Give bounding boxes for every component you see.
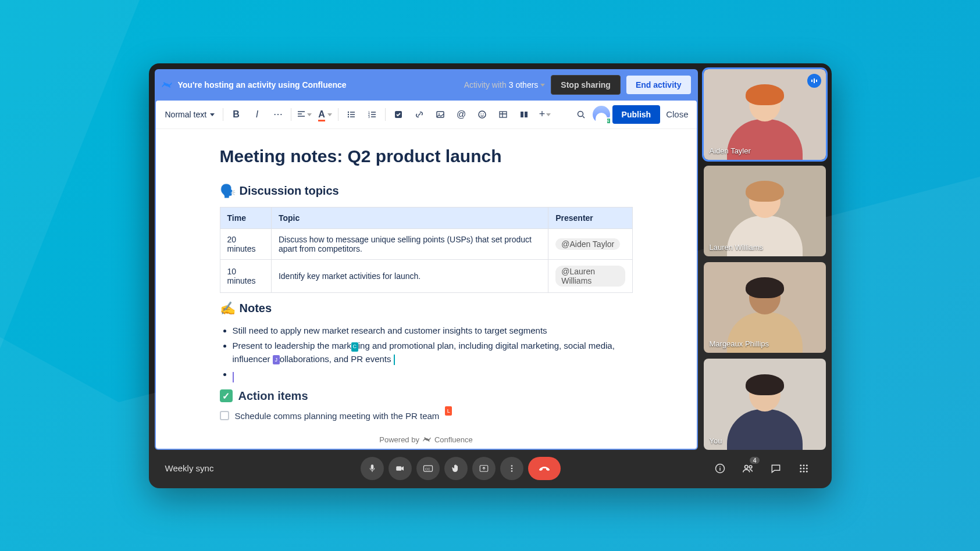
- layouts-button[interactable]: [515, 105, 533, 124]
- list-item: Present to leadership the markCing and p…: [233, 339, 633, 366]
- discussion-topics-table: Time Topic Presenter 20 minutes Discuss …: [220, 207, 633, 293]
- notes-list: Still need to apply new market research …: [220, 324, 633, 381]
- th-topic: Topic: [271, 207, 548, 228]
- align-dropdown[interactable]: [295, 105, 313, 124]
- svg-point-8: [439, 113, 440, 115]
- meeting-info-button[interactable]: [708, 457, 732, 480]
- svg-rect-14: [525, 112, 528, 117]
- speaking-head-icon: 🗣️: [220, 184, 234, 199]
- svg-point-29: [800, 464, 801, 466]
- svg-point-36: [803, 470, 804, 472]
- mention-button[interactable]: @: [452, 105, 471, 124]
- svg-point-2: [348, 116, 349, 117]
- text-color-dropdown[interactable]: A: [316, 105, 334, 124]
- table-row: 20 minutes Discuss how to message unique…: [220, 228, 632, 259]
- svg-rect-18: [816, 80, 817, 82]
- list-item: Still need to apply new market research …: [233, 324, 633, 338]
- svg-rect-13: [521, 112, 523, 117]
- writing-hand-icon: ✍️: [220, 301, 234, 316]
- participant-tile[interactable]: You: [704, 359, 826, 449]
- th-time: Time: [220, 207, 271, 228]
- svg-point-31: [806, 464, 807, 466]
- participant-tile[interactable]: Aiden Tayler: [704, 69, 826, 160]
- emoji-button[interactable]: [473, 105, 491, 124]
- chat-button[interactable]: [764, 457, 787, 480]
- svg-rect-17: [814, 78, 815, 83]
- image-button[interactable]: [431, 105, 450, 124]
- user-avatar[interactable]: N: [593, 106, 610, 123]
- svg-rect-12: [500, 112, 507, 117]
- participant-name: You: [710, 436, 722, 445]
- people-count-badge: 4: [750, 457, 759, 464]
- activity-host-message: You're hosting an activity using Conflue…: [178, 80, 347, 90]
- activity-with[interactable]: Activity with 3 others: [464, 80, 546, 90]
- link-button[interactable]: [410, 105, 429, 124]
- svg-text:3: 3: [368, 115, 370, 119]
- participant-tile[interactable]: Lauren Williams: [704, 166, 826, 256]
- th-presenter: Presenter: [548, 207, 632, 228]
- svg-point-33: [803, 467, 804, 469]
- participant-name: Margeaux Phillips: [710, 339, 769, 348]
- svg-point-32: [800, 467, 801, 469]
- participant-tile[interactable]: Margeaux Phillips: [704, 262, 826, 353]
- svg-point-35: [800, 470, 801, 472]
- svg-point-10: [480, 113, 482, 115]
- text-style-dropdown[interactable]: Normal text: [161, 108, 220, 121]
- activity-bar: You're hosting an activity using Conflue…: [156, 70, 697, 101]
- discussion-topics-heading: 🗣️ Discussion topics: [220, 184, 633, 199]
- participant-name: Lauren Williams: [710, 243, 763, 252]
- svg-point-9: [479, 111, 486, 118]
- chevron-down-icon: [307, 113, 312, 116]
- bullet-list-button[interactable]: [342, 105, 361, 124]
- participant-name: Aiden Tayler: [710, 146, 751, 155]
- svg-point-0: [348, 111, 349, 112]
- table-button[interactable]: [494, 105, 512, 124]
- svg-point-34: [806, 467, 807, 469]
- collab-cursor-c: C: [351, 342, 358, 352]
- page-title: Meeting notes: Q2 product launch: [220, 146, 633, 166]
- list-item: [233, 368, 633, 381]
- svg-point-28: [749, 465, 752, 468]
- svg-point-27: [744, 465, 748, 468]
- svg-point-37: [806, 470, 807, 472]
- stop-sharing-button[interactable]: Stop sharing: [551, 75, 621, 95]
- speaking-indicator-icon: [807, 74, 821, 88]
- task-button[interactable]: [389, 105, 408, 124]
- presence-badge: N: [604, 117, 611, 124]
- svg-point-1: [348, 113, 349, 115]
- bold-button[interactable]: B: [227, 105, 245, 124]
- svg-point-15: [578, 111, 583, 116]
- chevron-down-icon: [327, 113, 332, 116]
- people-button[interactable]: 4: [736, 457, 760, 480]
- chevron-down-icon: [210, 113, 215, 116]
- confluence-logo-icon: [162, 80, 172, 90]
- collab-caret: [394, 355, 395, 365]
- svg-rect-16: [811, 80, 812, 82]
- chevron-down-icon: [540, 84, 545, 87]
- svg-point-30: [803, 464, 804, 466]
- collab-cursor-j: J: [273, 355, 280, 364]
- editor-toolbar: Normal text B I ⋯ A 123: [156, 101, 697, 129]
- activities-button[interactable]: [792, 457, 815, 480]
- svg-point-11: [483, 113, 484, 115]
- more-formatting-button[interactable]: ⋯: [269, 105, 287, 124]
- collab-cursor-l: L: [445, 406, 452, 416]
- mention[interactable]: @Aiden Taylor: [555, 238, 620, 250]
- numbered-list-button[interactable]: 123: [363, 105, 382, 124]
- chevron-down-icon: [546, 113, 551, 116]
- collab-caret: [233, 372, 234, 382]
- insert-dropdown[interactable]: +: [536, 105, 554, 124]
- close-button[interactable]: Close: [666, 109, 688, 119]
- end-activity-button[interactable]: End activity: [626, 76, 691, 94]
- search-button[interactable]: [572, 105, 590, 124]
- italic-button[interactable]: I: [248, 105, 266, 124]
- publish-button[interactable]: Publish: [612, 105, 661, 124]
